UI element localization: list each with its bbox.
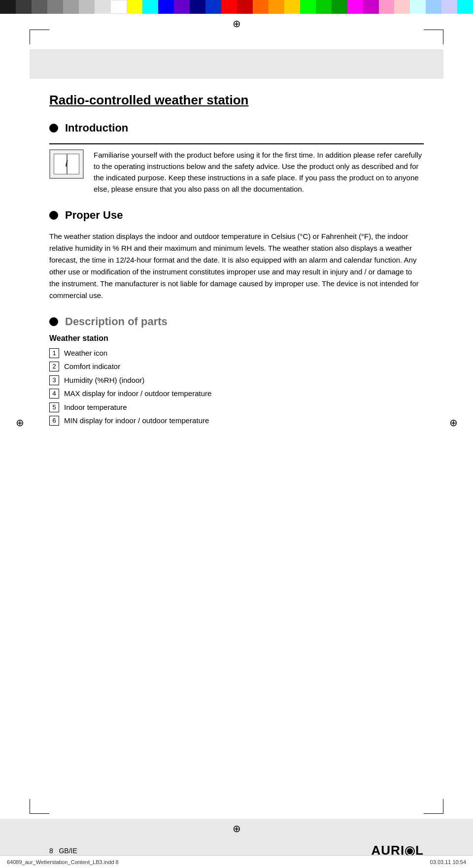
weather-station-label: Weather station — [49, 334, 424, 343]
introduction-text: Familiarise yourself with the product be… — [94, 149, 424, 195]
corner-mark-br-h — [424, 813, 443, 814]
corner-mark-br-v — [443, 799, 443, 814]
file-info: 64089_aur_Wetterstation_Content_LB3.indd… — [7, 859, 119, 865]
reg-mark-left: ⊕ — [14, 417, 26, 429]
swatch-11 — [158, 0, 174, 14]
introduction-block: i Familiarise yourself with the product … — [49, 149, 424, 195]
part-label-4: MAX display for indoor / outdoor tempera… — [64, 388, 211, 400]
swatch-30 — [457, 0, 473, 14]
color-bar-top — [0, 0, 473, 14]
bullet-proper-use — [49, 211, 58, 220]
swatch-4 — [47, 0, 63, 14]
corner-mark-tl-h — [30, 30, 49, 30]
footer-locale: GB/IE — [59, 847, 77, 855]
part-num-3: 3 — [49, 375, 59, 385]
part-num-5: 5 — [49, 402, 59, 412]
part-label-5: Indoor temperature — [64, 402, 127, 413]
part-label-2: Comfort indicator — [64, 361, 120, 372]
proper-use-section: Proper Use The weather station displays … — [49, 209, 424, 301]
corner-mark-tl-v — [30, 30, 30, 44]
list-item: 1 Weather icon — [49, 348, 424, 359]
swatch-10 — [142, 0, 158, 14]
proper-use-heading: Proper Use — [49, 209, 424, 222]
proper-use-text: The weather station displays the indoor … — [49, 231, 424, 301]
corner-mark-tr-h — [424, 30, 443, 30]
list-item: 5 Indoor temperature — [49, 402, 424, 413]
swatch-18 — [269, 0, 284, 14]
part-num-4: 4 — [49, 389, 59, 399]
swatch-24 — [363, 0, 379, 14]
introduction-title: Introduction — [65, 122, 128, 134]
swatch-1 — [0, 0, 16, 14]
swatch-2 — [16, 0, 32, 14]
reg-mark-top: ⊕ — [231, 18, 242, 30]
swatch-5 — [63, 0, 79, 14]
part-label-1: Weather icon — [64, 348, 107, 359]
swatch-13 — [190, 0, 205, 14]
proper-use-title: Proper Use — [65, 209, 123, 222]
description-heading: Description of parts — [49, 315, 424, 328]
swatch-25 — [379, 0, 395, 14]
swatch-23 — [347, 0, 363, 14]
list-item: 3 Humidity (%RH) (indoor) — [49, 375, 424, 386]
date-time: 03.03.11 10:54 — [430, 859, 466, 865]
book-i-letter: i — [65, 159, 68, 169]
swatch-12 — [174, 0, 190, 14]
page-title: Radio-controlled weather station — [49, 93, 424, 108]
swatch-6 — [79, 0, 95, 14]
footer-page: 8 GB/IE — [49, 847, 77, 855]
swatch-28 — [426, 0, 441, 14]
main-content: Radio-controlled weather station Introdu… — [49, 93, 424, 814]
bullet-description — [49, 317, 58, 326]
corner-mark-bl-v — [30, 799, 30, 814]
part-label-3: Humidity (%RH) (indoor) — [64, 375, 144, 386]
introduction-heading: Introduction — [49, 122, 424, 134]
list-item: 2 Comfort indicator — [49, 361, 424, 372]
swatch-27 — [410, 0, 426, 14]
swatch-8 — [110, 0, 127, 14]
description-section: Description of parts Weather station 1 W… — [49, 315, 424, 427]
reg-mark-right: ⊕ — [447, 417, 459, 429]
part-label-6: MIN display for indoor / outdoor tempera… — [64, 415, 209, 427]
reg-mark-bottom: ⊕ — [231, 823, 242, 835]
swatch-17 — [253, 0, 269, 14]
swatch-22 — [332, 0, 347, 14]
swatch-29 — [441, 0, 457, 14]
book-icon: i — [49, 149, 84, 179]
list-item: 4 MAX display for indoor / outdoor tempe… — [49, 388, 424, 400]
introduction-section: Introduction i Familiarise yourself with… — [49, 122, 424, 195]
description-title: Description of parts — [65, 315, 168, 328]
part-num-1: 1 — [49, 348, 59, 358]
swatch-9 — [127, 0, 143, 14]
gray-band-top — [30, 49, 443, 79]
swatch-15 — [221, 0, 237, 14]
parts-list: 1 Weather icon 2 Comfort indicator 3 Hum… — [49, 348, 424, 427]
corner-mark-bl-h — [30, 813, 49, 814]
list-item: 6 MIN display for indoor / outdoor tempe… — [49, 415, 424, 427]
swatch-19 — [284, 0, 300, 14]
corner-mark-tr-v — [443, 30, 443, 44]
swatch-7 — [95, 0, 110, 14]
swatch-16 — [237, 0, 253, 14]
swatch-20 — [300, 0, 316, 14]
bottom-info-bar: 64089_aur_Wetterstation_Content_LB3.indd… — [0, 855, 473, 868]
swatch-26 — [394, 0, 410, 14]
swatch-21 — [316, 0, 332, 14]
footer-page-number: 8 — [49, 847, 53, 855]
bullet-introduction — [49, 124, 58, 133]
part-num-6: 6 — [49, 416, 59, 426]
book-pages: i — [54, 154, 79, 174]
swatch-3 — [32, 0, 47, 14]
part-num-2: 2 — [49, 362, 59, 371]
introduction-divider — [49, 143, 424, 144]
swatch-14 — [205, 0, 221, 14]
